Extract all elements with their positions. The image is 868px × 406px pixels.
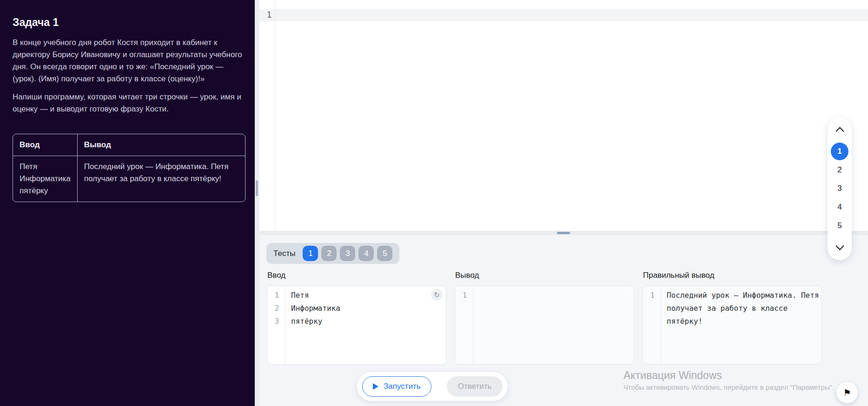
output-gutter: 1 xyxy=(455,286,473,364)
test-tab-1[interactable]: 1 xyxy=(303,246,318,261)
chevron-down-icon xyxy=(835,242,844,250)
task-sidebar: Задача 1 В конце учебного дня робот Кост… xyxy=(0,0,255,406)
input-panel-label: Ввод xyxy=(267,271,446,280)
page-nav-item-2[interactable]: 2 xyxy=(831,161,848,179)
tests-splitter[interactable] xyxy=(259,231,868,235)
test-panels: Ввод 123 ПетяИнформатикапятёрку ↻ Вывод … xyxy=(267,271,822,365)
sidebar-splitter-handle[interactable] xyxy=(256,180,258,196)
input-gutter: 123 xyxy=(267,286,285,364)
test-tab-5[interactable]: 5 xyxy=(377,246,392,261)
run-button[interactable]: Запустить xyxy=(362,376,431,397)
output-panel-label: Вывод xyxy=(455,271,634,280)
page-nav-item-1[interactable]: 1 xyxy=(831,143,848,160)
editor-gutter-divider xyxy=(275,0,275,231)
editor-line-number: 1 xyxy=(259,9,272,21)
flag-icon[interactable]: ⚑ xyxy=(836,382,858,403)
output-content xyxy=(473,286,634,364)
task-description-2: Напиши программу, которая читает три стр… xyxy=(13,91,245,115)
task-title: Задача 1 xyxy=(13,16,245,29)
nav-down-button[interactable] xyxy=(835,241,845,253)
actions-bar: Запустить Ответить xyxy=(357,372,508,401)
test-tabs: 12345 xyxy=(303,246,392,261)
sidebar-splitter[interactable] xyxy=(255,0,259,406)
test-tab-3[interactable]: 3 xyxy=(340,246,355,261)
example-table: Ввод Вывод Петя Информатика пятёрку Посл… xyxy=(13,134,245,202)
test-input-editor[interactable]: 123 ПетяИнформатикапятёрку ↻ xyxy=(267,286,446,365)
tests-tabs-bar: Тесты 12345 xyxy=(266,243,399,264)
nav-up-button[interactable] xyxy=(835,124,845,136)
page-nav-item-4[interactable]: 4 xyxy=(831,198,848,216)
page-nav-list: 12345 xyxy=(831,143,848,235)
answer-button[interactable]: Ответить xyxy=(447,376,503,397)
test-navigator: 12345 xyxy=(828,117,852,260)
reset-input-icon[interactable]: ↻ xyxy=(431,289,443,301)
example-table-header-input: Ввод xyxy=(13,134,78,156)
editor-active-line xyxy=(259,9,868,21)
input-content[interactable]: ПетяИнформатикапятёрку xyxy=(285,286,446,364)
expected-content: Последний урок — Информатика. Петя получ… xyxy=(661,286,822,364)
run-button-label: Запустить xyxy=(384,382,421,391)
tests-label: Тесты xyxy=(273,249,295,258)
expected-panel-col: Правильный вывод 1 Последний урок — Инфо… xyxy=(643,271,822,365)
example-table-header-output: Вывод xyxy=(78,134,245,156)
page-nav-item-5[interactable]: 5 xyxy=(831,217,848,235)
tests-section: Тесты 12345 Ввод 123 ПетяИнформатикапятё… xyxy=(259,235,868,406)
example-input-cell: Петя Информатика пятёрку xyxy=(13,156,78,202)
input-panel-col: Ввод 123 ПетяИнформатикапятёрку ↻ xyxy=(267,271,446,365)
example-output-cell: Последний урок — Информатика. Петя получ… xyxy=(78,156,245,202)
expected-output-view: 1 Последний урок — Информатика. Петя пол… xyxy=(643,286,822,365)
task-description-1: В конце учебного дня робот Костя приходи… xyxy=(13,37,245,85)
chevron-up-icon xyxy=(835,127,844,135)
output-panel-col: Вывод 1 xyxy=(455,271,634,365)
page-nav-item-3[interactable]: 3 xyxy=(831,180,848,197)
play-icon xyxy=(373,383,378,390)
tests-splitter-handle[interactable] xyxy=(557,232,570,234)
expected-gutter: 1 xyxy=(643,286,661,364)
test-tab-4[interactable]: 4 xyxy=(358,246,374,261)
table-row: Петя Информатика пятёрку Последний урок … xyxy=(13,156,245,202)
expected-panel-label: Правильный вывод xyxy=(643,271,822,280)
test-tab-2[interactable]: 2 xyxy=(321,246,337,261)
code-editor[interactable]: 1 xyxy=(259,0,868,231)
test-output-view: 1 xyxy=(455,286,634,365)
